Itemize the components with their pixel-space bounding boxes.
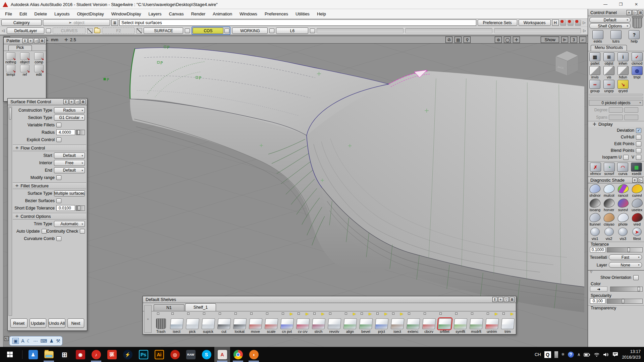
hotkeys-button[interactable]: H <box>552 19 559 26</box>
default-layer-toggle[interactable] <box>46 28 51 33</box>
maximize-button[interactable]: ❐ <box>613 0 629 9</box>
ime-bar-icon[interactable] <box>554 351 558 358</box>
option-box-icon[interactable] <box>282 312 284 315</box>
cp-item-pallet[interactable]: ▦pallet <box>588 52 602 65</box>
show-orientation-checkbox[interactable] <box>633 275 639 280</box>
ruler-icon[interactable]: ⊫ <box>561 37 568 43</box>
moon-icon[interactable]: ☾ <box>27 338 31 344</box>
cp-item-xfrmcv[interactable]: ✗xfrmcv <box>590 163 601 176</box>
touch-settings-icon[interactable]: ✲ <box>561 352 565 357</box>
section-type-dropdown[interactable]: G1 Circular▼ <box>54 115 85 121</box>
color-slider[interactable] <box>610 287 643 292</box>
cp-item-tutrs[interactable]: tutrs <box>610 30 622 43</box>
notification-icon[interactable] <box>612 352 619 357</box>
menu-file[interactable]: File <box>1 9 16 18</box>
viewport-resize-corner-icon[interactable]: ↖ <box>4 336 9 341</box>
color-swatch-arrow[interactable]: ➜ <box>590 287 607 292</box>
shelf-item-cut[interactable]: cut <box>216 312 232 334</box>
isoparmu-checkbox[interactable] <box>623 155 629 160</box>
degree-field-2[interactable] <box>624 107 638 113</box>
tolerance-field[interactable]: 0.1000 <box>590 247 605 252</box>
corner-layout-icon[interactable]: ⌐ <box>579 37 586 43</box>
menu-edit[interactable]: Edit <box>16 9 31 18</box>
update-button[interactable]: Update <box>30 318 47 328</box>
layer-folder-icon[interactable] <box>94 28 100 33</box>
shelf-item-trim[interactable]: trim <box>500 312 516 334</box>
shelf-item-symflt[interactable]: symflt <box>452 312 468 334</box>
shelf-item-untrim[interactable]: untrim <box>484 312 500 334</box>
tolerance-slider[interactable] <box>607 247 643 252</box>
shelf-item-align[interactable]: align <box>342 312 358 334</box>
shelves-menu-icon[interactable]: ≡ <box>498 297 503 302</box>
continuity-check-checkbox[interactable] <box>80 229 85 234</box>
taskbar-app-orange-browser[interactable]: ◖ <box>246 347 262 362</box>
auto-update-checkbox[interactable] <box>42 229 47 234</box>
keyboard-icon[interactable]: ⌨ <box>40 338 47 344</box>
shelf-item-scale[interactable]: scale <box>263 312 279 334</box>
cp-item-scnsrf[interactable]: ◔scnsrf <box>604 163 615 176</box>
cp-item-ckmod[interactable]: ✓ckmod <box>630 52 644 65</box>
l6-layer-button[interactable]: L6 <box>276 27 308 34</box>
dots-icon[interactable]: ⋯ <box>33 338 38 344</box>
slider-thumb[interactable] <box>622 299 624 303</box>
layer-bar-empty-3[interactable] <box>494 28 581 33</box>
snap-curve-icon[interactable] <box>568 20 574 26</box>
option-box-icon[interactable] <box>266 312 268 315</box>
slider-thumb[interactable] <box>628 248 630 252</box>
section-fillet-structure[interactable]: ✛Fillet Structure <box>13 182 86 189</box>
shelf-item-cn-pvt[interactable]: cn pvt <box>279 312 295 334</box>
magnifier-icon[interactable]: ▣ <box>12 338 19 344</box>
camera-box-icon[interactable]: ▤ <box>454 37 462 43</box>
wrench-icon[interactable]: ⚒ <box>56 338 60 344</box>
working-layer-button[interactable]: WORKING <box>232 27 268 34</box>
cos-layer-toggle[interactable] <box>224 28 229 33</box>
cos-layer-button[interactable]: COS <box>193 27 223 34</box>
menu-delete[interactable]: Delete <box>31 9 51 18</box>
shelf-item-cv-crv[interactable]: cv crv <box>295 312 311 334</box>
prompt-history-icon[interactable]: ≣ <box>111 19 118 26</box>
option-box-icon[interactable] <box>392 312 394 315</box>
start-button[interactable] <box>0 347 19 362</box>
menu-windowdisplay[interactable]: WindowDisplay <box>108 9 145 18</box>
palette-resize-icon[interactable]: ⇕ <box>22 38 28 43</box>
shelves-collapse-icon[interactable]: ▽ <box>504 297 509 302</box>
option-box-icon[interactable] <box>424 312 426 315</box>
tessellation-dropdown[interactable]: Fast▼ <box>609 254 642 260</box>
end-dropdown[interactable]: Default▼ <box>54 167 85 173</box>
construction-type-dropdown[interactable]: Radius▼ <box>54 107 85 113</box>
shelf-trash-icon[interactable] <box>633 17 642 28</box>
surface-layer-button[interactable]: SURFACE <box>144 27 183 34</box>
cp-item-objlst[interactable]: ≣objlst <box>602 52 616 65</box>
palette-item-object[interactable]: object <box>18 52 32 64</box>
cp-item-rancol[interactable]: rancol <box>616 184 630 197</box>
default-layer-button[interactable]: DefaultLayer <box>7 27 44 34</box>
taskbar-app-alias[interactable]: A <box>214 347 230 362</box>
cp-item-eskls[interactable]: eskls <box>592 30 603 43</box>
option-box-icon[interactable] <box>157 312 159 315</box>
text-icon[interactable]: A <box>21 338 24 344</box>
taskbar-app-chrome[interactable] <box>230 347 246 362</box>
fillet-resize-icon[interactable]: ⇕ <box>63 99 68 104</box>
cp-item-tmpl[interactable]: ◍tmpl <box>630 66 644 79</box>
option-box-icon[interactable] <box>471 312 473 315</box>
option-box-icon[interactable] <box>487 312 489 315</box>
curvature-comb-checkbox[interactable] <box>56 236 61 241</box>
layer-symmetry2-icon[interactable] <box>137 28 142 34</box>
slider-thumb[interactable] <box>77 130 80 135</box>
palette-close-icon[interactable]: ⊠ <box>40 38 45 43</box>
three-view-button[interactable]: 3 <box>570 37 577 43</box>
palette-item-nothng[interactable]: nothng <box>4 52 18 64</box>
cp-divider-bar[interactable] <box>589 97 643 99</box>
volume-icon[interactable] <box>603 352 609 357</box>
cp-item-xsedit[interactable]: ▦xsedit <box>631 163 642 176</box>
palette-collapse-icon[interactable]: ◁ <box>34 38 39 43</box>
cp-item-vis2[interactable]: vis2 <box>602 227 616 241</box>
cp-item-group[interactable]: ▪▪group <box>588 80 602 93</box>
cp-item-surevl[interactable]: surevl <box>616 198 630 212</box>
option-box-icon[interactable] <box>298 312 300 315</box>
menu-objectdisplay[interactable]: ObjectDisplay <box>73 9 107 18</box>
zoom-magnifier-icon[interactable]: ⚲ <box>464 37 471 43</box>
f2-layer-button[interactable]: F2 <box>102 27 135 34</box>
option-box-icon[interactable] <box>345 312 347 315</box>
start-dropdown[interactable]: Default▼ <box>54 153 85 159</box>
